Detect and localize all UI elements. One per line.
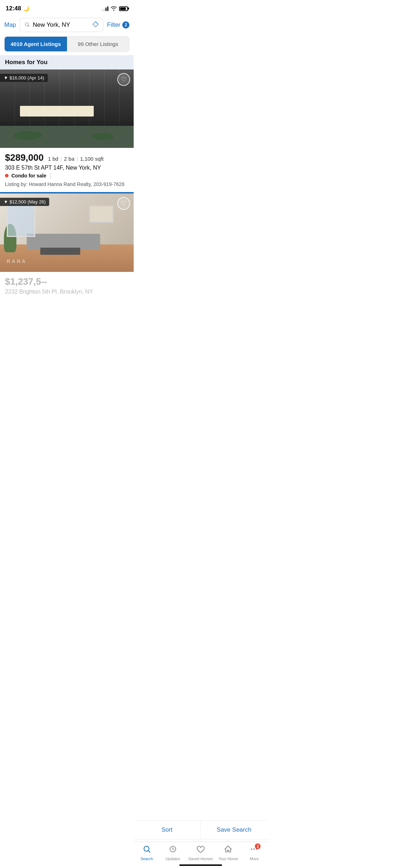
listing-details-1: $289,000 1 bd | 2 ba | 1,100 sqft 303 E … xyxy=(0,148,134,192)
other-listings-tab[interactable]: 99 Other Listings xyxy=(67,37,129,51)
heart-icon-1: ♡ xyxy=(121,76,127,83)
location-icon[interactable] xyxy=(92,21,99,29)
listing-address-1: 303 E 57th St APT 14F, New York, NY xyxy=(5,165,129,171)
filter-button[interactable]: Filter 2 xyxy=(107,21,129,29)
filter-label: Filter xyxy=(107,21,120,29)
listing-agent-1: Listing by: Howard Hanna Rand Realty, 20… xyxy=(5,181,124,187)
listing-type-1: Condo for sale xyxy=(11,173,46,179)
listing-price-2: $1,237,5-- xyxy=(5,276,47,287)
section-header: Homes for You xyxy=(0,55,134,69)
moon-icon: 🌙 xyxy=(23,6,29,11)
favorite-button-2[interactable]: ♡ xyxy=(117,197,130,210)
listing-tabs: 4010 Agent Listings 99 Other Listings xyxy=(4,36,129,52)
listing-price-1: $289,000 xyxy=(5,152,43,163)
listing-specs-1: 1 bd | 2 ba | 1,100 sqft xyxy=(48,156,103,162)
listing-image-1: ▼ $16,000 (Apr 14) ♡ xyxy=(0,69,134,148)
listing-type-row-1: Condo for sale | Listing by: Howard Hann… xyxy=(5,173,129,187)
heart-icon-2: ♡ xyxy=(121,200,127,207)
header: Map New York, NY Filter 2 xyxy=(0,15,134,35)
search-input[interactable]: New York, NY xyxy=(33,21,89,29)
map-button[interactable]: Map xyxy=(4,21,16,29)
search-bar[interactable]: New York, NY xyxy=(20,18,103,32)
status-icons xyxy=(102,6,128,12)
listing-card-2[interactable]: RANA ▼ $12,500 (May 26) ♡ $1,237,5-- 223… xyxy=(0,193,134,302)
search-icon xyxy=(24,22,30,29)
status-dot-1 xyxy=(5,174,9,177)
battery-icon xyxy=(119,6,128,11)
agent-listings-tab[interactable]: 4010 Agent Listings xyxy=(5,37,67,51)
filter-badge: 2 xyxy=(122,21,129,29)
status-time: 12:48 xyxy=(6,5,21,12)
signal-bars xyxy=(102,6,108,11)
listing-image-2: RANA ▼ $12,500 (May 26) ♡ xyxy=(0,193,134,272)
price-drop-badge-2: ▼ $12,500 (May 26) xyxy=(0,198,49,206)
listing-address-2: 2232 Brighton 5th Pl, Brooklyn, NY xyxy=(5,289,129,295)
status-bar: 12:48 🌙 xyxy=(0,0,134,15)
listing-details-2: $1,237,5-- 2232 Brighton 5th Pl, Brookly… xyxy=(0,272,134,302)
favorite-button-1[interactable]: ♡ xyxy=(117,73,130,86)
price-drop-badge-1: ▼ $16,000 (Apr 14) xyxy=(0,74,48,82)
wifi-icon xyxy=(110,6,117,12)
listing-card-1[interactable]: ▼ $16,000 (Apr 14) ♡ $289,000 1 bd | 2 b… xyxy=(0,69,134,192)
